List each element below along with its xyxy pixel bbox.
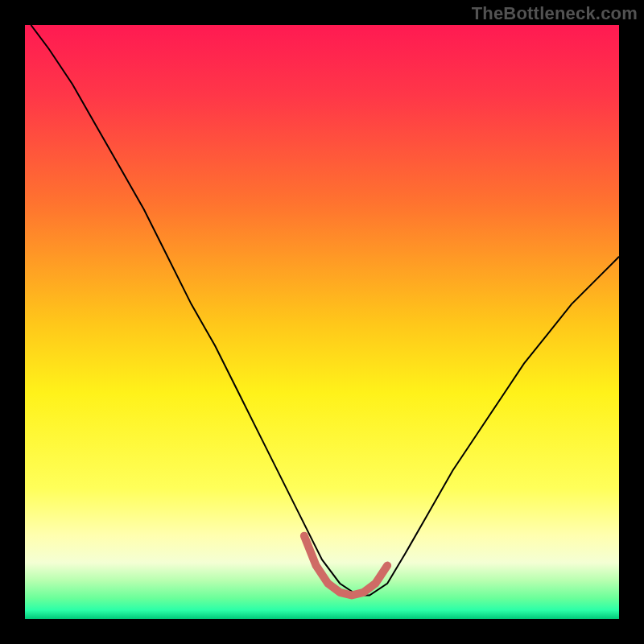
chart-plot bbox=[25, 25, 619, 619]
gradient-background bbox=[25, 25, 619, 619]
watermark-text: TheBottleneck.com bbox=[472, 3, 638, 24]
chart-svg bbox=[25, 25, 619, 619]
chart-frame: TheBottleneck.com bbox=[0, 0, 644, 644]
